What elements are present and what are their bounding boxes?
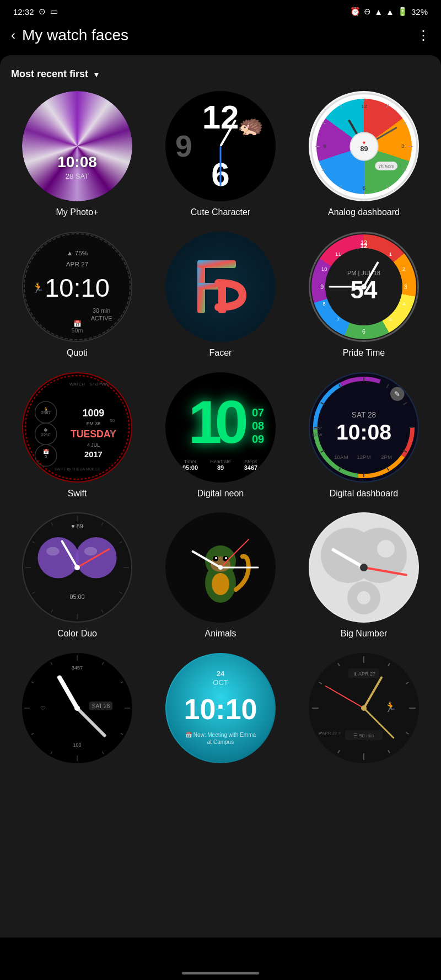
sort-row[interactable]: Most recent first ▼ [9,68,432,80]
svg-text:12: 12 [361,103,367,109]
watch-item-bignumber[interactable]: Big Number [295,512,432,640]
status-left: 12:32 ⊙ ▭ [13,7,58,17]
watch-item-colorduo[interactable]: ♥ 89 05:00 Color Duo [9,512,146,640]
svg-point-139 [225,557,227,559]
svg-point-126 [84,547,98,556]
svg-text:9: 9 [323,142,326,148]
svg-text:3457: 3457 [313,426,322,431]
alarm-icon: ⏰ [350,7,361,17]
watch-label-colorduo: Color Duo [57,628,97,640]
svg-text:89: 89 [360,144,368,152]
battery-percent: 32% [411,7,428,17]
svg-text:STOPWATCH: STOPWATCH [90,381,117,386]
pride-12: 12 [360,242,367,250]
svg-text:10:10: 10:10 [184,693,257,725]
sort-label: Most recent first [11,68,88,80]
svg-text:1009: 1009 [83,408,104,419]
svg-text:WATCH: WATCH [69,381,85,386]
watch-item-facer[interactable]: Facer [152,232,289,359]
svg-point-51 [25,376,129,479]
myphoto-date: 28 SAT [22,172,132,180]
svg-text:♡: ♡ [40,705,46,711]
svg-text:PM 38: PM 38 [87,421,101,426]
svg-text:22°C: 22°C [41,432,51,437]
svg-line-5 [386,185,388,189]
watch-item-animals[interactable]: Animals [152,512,289,640]
svg-text:2017: 2017 [84,449,103,458]
page-title: My watch faces [22,26,128,44]
svg-text:APR 27: APR 27 [66,260,89,267]
back-button[interactable]: ‹ [11,28,15,43]
watch-item-swift[interactable]: 🏃 2567 ❄ 22°C 📅 5 1009 PM 38 TUESDAY 4 J… [9,372,146,500]
watch-label-myphoto: My Photo+ [56,207,99,218]
watch-face-quoti: ▲ 75% APR 27 10:10 🏃 30 min ACTIVE 📅 50m [22,232,132,342]
watch-face-myphoto: 10:08 28 SAT [22,91,132,201]
camera-icon: ⊙ [39,7,46,17]
svg-text:Timer: Timer [184,459,197,464]
svg-text:08: 08 [252,420,264,432]
svg-point-124 [76,538,116,579]
svg-text:12PM: 12PM [357,453,371,459]
svg-text:SAT 28: SAT 28 [92,703,110,709]
svg-text:SAT 28: SAT 28 [352,411,377,419]
svg-text:24: 24 [217,670,225,678]
more-options-button[interactable]: ⋮ [417,28,430,43]
dnd-icon: ⊖ [364,7,371,17]
svg-text:Heartrate: Heartrate [210,459,231,464]
svg-text:3467: 3467 [244,464,257,471]
svg-text:⏸ APR 27: ⏸ APR 27 [352,671,375,677]
svg-text:▲ 75%: ▲ 75% [67,249,88,256]
analog-outer: 12 3 6 9 ♥ 89 7h 50m [310,93,418,200]
watch-item-minimal[interactable]: SAT 28 3457 100 ♡ [9,653,146,769]
watch-label-digidash: Digital dashboard [330,488,399,500]
watch-label-pride: Pride Time [343,347,385,359]
watch-label-analog: Analog dashboard [328,207,400,218]
watch-item-quoti[interactable]: ▲ 75% APR 27 10:10 🏃 30 min ACTIVE 📅 50m… [9,232,146,359]
status-right: ⏰ ⊖ ▲ ▲ 🔋 32% [350,7,428,17]
watch-item-neon[interactable]: 1 0 07 08 09 Timer 05:00 Heartrate 89 St… [152,372,289,500]
page-header: ‹ My watch faces ⋮ [0,21,441,55]
svg-text:09: 09 [252,433,264,445]
svg-text:= APR 27 =: = APR 27 = [319,731,341,736]
watch-face-cute: 12 9 6 🦔 [165,91,276,201]
watch-item-darkanalog[interactable]: ⏸ APR 27 🏃 ☰ 50 min = APR 27 = [295,653,432,769]
svg-point-138 [215,557,217,559]
svg-text:10:08: 10:08 [336,420,391,443]
watch-label-quoti: Quoti [67,347,88,359]
watch-item-analog[interactable]: 12 3 6 9 ♥ 89 7h 50m Analog dashboard [295,91,432,218]
svg-point-125 [46,547,60,556]
svg-text:50m: 50m [72,327,83,334]
watch-item-pride[interactable]: 12 PM | JUL 18 54 12 3 6 9 1 2 4 [295,232,432,359]
svg-text:2PM: 2PM [381,453,392,459]
svg-text:50: 50 [110,430,115,435]
watch-item-cute[interactable]: 12 9 6 🦔 Cute Character [152,91,289,218]
svg-text:✎: ✎ [394,390,400,398]
svg-text:🏃: 🏃 [32,282,45,294]
svg-text:50: 50 [110,418,115,423]
watch-label-cute: Cute Character [191,207,251,218]
watch-face-digidash: SAT 28 10:08 10AM 12PM 2PM ✎ [309,372,419,483]
svg-point-151 [360,564,368,571]
cute-character-icon: 🦔 [238,113,263,137]
watch-face-analog: 12 3 6 9 ♥ 89 7h 50m [309,91,419,201]
svg-line-8 [321,168,325,170]
watch-face-pride: 12 PM | JUL 18 54 12 3 6 9 1 2 4 [309,232,419,342]
home-indicator [182,972,259,974]
svg-line-4 [402,168,406,170]
sort-arrow-icon: ▼ [93,70,100,79]
svg-point-140 [212,573,229,595]
svg-text:Steps: Steps [244,459,257,464]
svg-rect-33 [197,260,236,268]
svg-point-130 [74,565,80,570]
battery-icon: 🔋 [397,7,408,17]
watch-item-digidash[interactable]: SAT 28 10:08 10AM 12PM 2PM ✎ [295,372,432,500]
svg-text:🏃: 🏃 [384,701,397,713]
svg-text:5: 5 [45,453,47,458]
svg-text:☰ 50 min: ☰ 50 min [353,733,374,738]
watch-face-colorduo: ♥ 89 05:00 [22,512,132,623]
svg-text:LOW: LOW [313,432,322,437]
svg-text:89: 89 [217,464,224,471]
watch-item-myphoto[interactable]: 10:08 28 SAT My Photo+ [9,91,146,218]
myphoto-time: 10:08 [22,153,132,171]
watch-item-gradient[interactable]: 24 OCT 10:10 📅 Now: Meeting with Emma at… [152,653,289,769]
